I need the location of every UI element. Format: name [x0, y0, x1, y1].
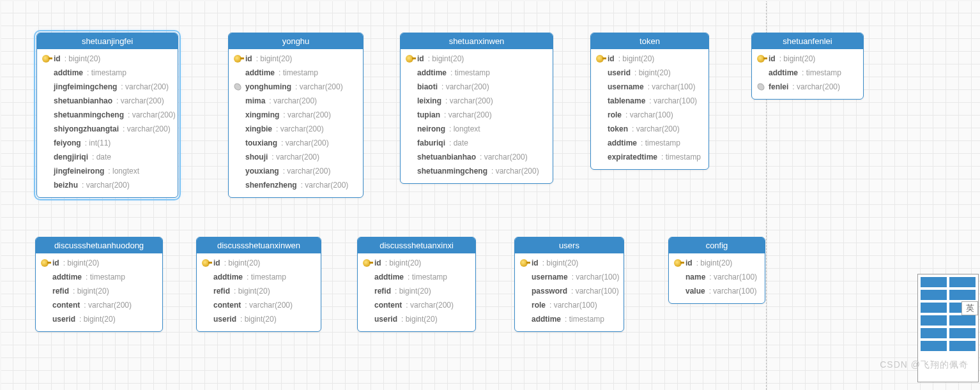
- table-row[interactable]: value: varchar(100): [673, 284, 761, 298]
- table-header[interactable]: shetuanfenlei: [752, 33, 863, 49]
- table-shetuanjingfei[interactable]: shetuanjingfeiid: bigint(20)addtime: tim…: [36, 33, 178, 198]
- table-row[interactable]: shiyongzhuangtai: varchar(200): [41, 122, 174, 136]
- table-config[interactable]: configid: bigint(20)name: varchar(100)va…: [668, 237, 765, 304]
- column-name: userid: [608, 67, 631, 79]
- table-row[interactable]: youxiang: varchar(200): [233, 164, 359, 178]
- table-row[interactable]: addtime: timestamp: [519, 312, 620, 326]
- table-header[interactable]: shetuanjingfei: [37, 33, 178, 49]
- table-row[interactable]: jingfeimingcheng: varchar(200): [41, 80, 174, 94]
- table-row[interactable]: addtime: timestamp: [201, 270, 317, 284]
- table-yonghu[interactable]: yonghuid: bigint(20)addtime: timestampyo…: [228, 33, 364, 198]
- column-type: : varchar(100): [571, 285, 619, 297]
- table-row[interactable]: id: bigint(20): [404, 52, 549, 66]
- table-shetuanxinwen[interactable]: shetuanxinwenid: bigint(20)addtime: time…: [400, 33, 553, 184]
- table-row[interactable]: id: bigint(20): [41, 52, 174, 66]
- table-row[interactable]: mima: varchar(200): [233, 94, 359, 108]
- table-row[interactable]: refid: bigint(20): [201, 284, 317, 298]
- table-row[interactable]: userid: bigint(20): [595, 66, 705, 80]
- table-row[interactable]: addtime: timestamp: [233, 66, 359, 80]
- table-row[interactable]: id: bigint(20): [756, 52, 859, 66]
- table-row[interactable]: content: varchar(200): [40, 298, 158, 312]
- table-header[interactable]: config: [669, 237, 765, 253]
- column-type: : varchar(200): [116, 95, 164, 107]
- minimap-panel[interactable]: 英: [917, 274, 979, 382]
- table-row[interactable]: addtime: timestamp: [41, 66, 174, 80]
- column-name: refid: [374, 285, 391, 297]
- table-row[interactable]: id: bigint(20): [201, 256, 317, 270]
- table-row[interactable]: id: bigint(20): [519, 256, 620, 270]
- table-row[interactable]: content: varchar(200): [201, 298, 317, 312]
- table-header[interactable]: discussshetuanxinxi: [358, 237, 475, 253]
- table-row[interactable]: fenlei: varchar(200): [756, 80, 859, 94]
- table-row[interactable]: content: varchar(200): [362, 298, 471, 312]
- table-row[interactable]: token: varchar(200): [595, 122, 705, 136]
- table-row[interactable]: xingming: varchar(200): [233, 108, 359, 122]
- table-row[interactable]: expiratedtime: timestamp: [595, 150, 705, 164]
- er-canvas[interactable]: shetuanjingfeiid: bigint(20)addtime: tim…: [0, 0, 980, 390]
- table-row[interactable]: name: varchar(100): [673, 270, 761, 284]
- table-discussshetuanxinxi[interactable]: discussshetuanxinxiid: bigint(20)addtime…: [357, 237, 476, 332]
- column-icon: [202, 301, 210, 309]
- table-row[interactable]: tupian: varchar(200): [404, 108, 549, 122]
- table-header[interactable]: discussshetuanxinwen: [197, 237, 321, 253]
- table-row[interactable]: touxiang: varchar(200): [233, 136, 359, 150]
- table-header[interactable]: discussshetuanhuodong: [36, 237, 162, 253]
- column-type: : varchar(200): [792, 81, 840, 93]
- table-row[interactable]: addtime: timestamp: [595, 136, 705, 150]
- column-name: mima: [245, 95, 265, 107]
- table-row[interactable]: shetuanbianhao: varchar(200): [41, 94, 174, 108]
- table-header[interactable]: users: [515, 237, 624, 253]
- table-row[interactable]: tablename: varchar(100): [595, 94, 705, 108]
- table-row[interactable]: role: varchar(100): [519, 298, 620, 312]
- table-row[interactable]: addtime: timestamp: [404, 66, 549, 80]
- table-header[interactable]: token: [591, 33, 708, 49]
- table-row[interactable]: addtime: timestamp: [756, 66, 859, 80]
- column-name: shenfenzheng: [245, 179, 297, 191]
- table-row[interactable]: dengjiriqi: date: [41, 150, 174, 164]
- column-icon: [202, 273, 210, 281]
- column-type: : varchar(200): [480, 151, 528, 163]
- table-row[interactable]: shetuanbianhao: varchar(200): [404, 150, 549, 164]
- table-row[interactable]: neirong: longtext: [404, 122, 549, 136]
- table-row[interactable]: userid: bigint(20): [362, 312, 471, 326]
- table-row[interactable]: addtime: timestamp: [362, 270, 471, 284]
- table-row[interactable]: feiyong: int(11): [41, 136, 174, 150]
- table-row[interactable]: id: bigint(20): [595, 52, 705, 66]
- table-row[interactable]: role: varchar(100): [595, 108, 705, 122]
- table-row[interactable]: id: bigint(20): [362, 256, 471, 270]
- table-discussshetuanhuodong[interactable]: discussshetuanhuodongid: bigint(20)addti…: [35, 237, 163, 332]
- table-discussshetuanxinwen[interactable]: discussshetuanxinwenid: bigint(20)addtim…: [196, 237, 321, 332]
- column-type: : varchar(100): [549, 299, 597, 311]
- table-row[interactable]: id: bigint(20): [233, 52, 359, 66]
- table-row[interactable]: yonghuming: varchar(200): [233, 80, 359, 94]
- table-token[interactable]: tokenid: bigint(20)userid: bigint(20)use…: [590, 33, 709, 170]
- table-row[interactable]: id: bigint(20): [40, 256, 158, 270]
- table-row[interactable]: leixing: varchar(200): [404, 94, 549, 108]
- table-row[interactable]: userid: bigint(20): [40, 312, 158, 326]
- table-header[interactable]: shetuanxinwen: [401, 33, 553, 49]
- table-row[interactable]: shenfenzheng: varchar(200): [233, 178, 359, 192]
- table-row[interactable]: faburiqi: date: [404, 136, 549, 150]
- table-row[interactable]: shouji: varchar(200): [233, 150, 359, 164]
- table-row[interactable]: userid: bigint(20): [201, 312, 317, 326]
- ime-indicator[interactable]: 英: [961, 301, 978, 315]
- table-row[interactable]: shetuanmingcheng: varchar(200): [404, 164, 549, 178]
- table-row[interactable]: xingbie: varchar(200): [233, 122, 359, 136]
- column-name: id: [213, 257, 220, 269]
- table-row[interactable]: biaoti: varchar(200): [404, 80, 549, 94]
- table-row[interactable]: username: varchar(100): [595, 80, 705, 94]
- table-row[interactable]: beizhu: varchar(200): [41, 178, 174, 192]
- column-name: username: [532, 271, 568, 283]
- table-row[interactable]: shetuanmingcheng: varchar(200): [41, 108, 174, 122]
- column-name: addtime: [417, 67, 447, 79]
- table-row[interactable]: id: bigint(20): [673, 256, 761, 270]
- table-shetuanfenlei[interactable]: shetuanfenleiid: bigint(20)addtime: time…: [751, 33, 864, 100]
- table-header[interactable]: yonghu: [229, 33, 363, 49]
- table-row[interactable]: addtime: timestamp: [40, 270, 158, 284]
- table-row[interactable]: username: varchar(100): [519, 270, 620, 284]
- table-row[interactable]: refid: bigint(20): [362, 284, 471, 298]
- table-row[interactable]: jingfeineirong: longtext: [41, 164, 174, 178]
- table-users[interactable]: usersid: bigint(20)username: varchar(100…: [514, 237, 624, 332]
- table-row[interactable]: password: varchar(100): [519, 284, 620, 298]
- table-row[interactable]: refid: bigint(20): [40, 284, 158, 298]
